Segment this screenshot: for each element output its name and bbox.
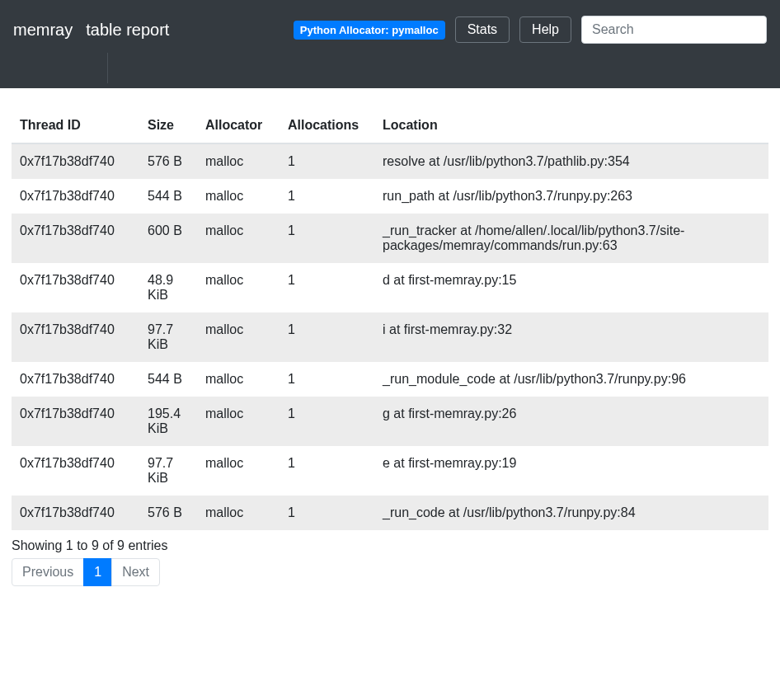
cell-thread-id: 0x7f17b38df740 <box>12 179 139 214</box>
cell-size: 48.9 KiB <box>139 263 197 312</box>
cell-allocator: malloc <box>197 214 280 263</box>
header-allocator[interactable]: Allocator <box>197 108 280 143</box>
page-title: table report <box>86 21 169 40</box>
cell-size: 97.7 KiB <box>139 446 197 496</box>
table-row[interactable]: 0x7f17b38df740576 Bmalloc1resolve at /us… <box>12 143 768 179</box>
cell-allocations: 1 <box>280 397 374 446</box>
help-button[interactable]: Help <box>519 16 571 43</box>
table-row[interactable]: 0x7f17b38df740195.4 KiBmalloc1g at first… <box>12 397 768 446</box>
cell-size: 544 B <box>139 179 197 214</box>
brand[interactable]: memray <box>13 21 73 40</box>
stats-button[interactable]: Stats <box>455 16 510 43</box>
cell-allocations: 1 <box>280 446 374 496</box>
cell-location: d at first-memray.py:15 <box>374 263 768 312</box>
cell-location: _run_tracker at /home/allen/.local/lib/p… <box>374 214 768 263</box>
cell-location: g at first-memray.py:26 <box>374 397 768 446</box>
cell-size: 195.4 KiB <box>139 397 197 446</box>
table-row[interactable]: 0x7f17b38df74097.7 KiBmalloc1e at first-… <box>12 446 768 496</box>
content: Thread ID Size Allocator Allocations Loc… <box>0 88 780 599</box>
header-location[interactable]: Location <box>374 108 768 143</box>
cell-thread-id: 0x7f17b38df740 <box>12 214 139 263</box>
cell-allocations: 1 <box>280 143 374 179</box>
cell-allocations: 1 <box>280 214 374 263</box>
cell-thread-id: 0x7f17b38df740 <box>12 312 139 362</box>
search-input[interactable] <box>581 16 767 44</box>
cell-size: 576 B <box>139 143 197 179</box>
table-row[interactable]: 0x7f17b38df740544 Bmalloc1run_path at /u… <box>12 179 768 214</box>
table-row[interactable]: 0x7f17b38df74097.7 KiBmalloc1i at first-… <box>12 312 768 362</box>
pagination-page-1[interactable]: 1 <box>83 558 112 586</box>
cell-allocations: 1 <box>280 362 374 397</box>
table-row[interactable]: 0x7f17b38df740576 Bmalloc1_run_code at /… <box>12 496 768 530</box>
cell-allocator: malloc <box>197 446 280 496</box>
cell-location: i at first-memray.py:32 <box>374 312 768 362</box>
cell-size: 600 B <box>139 214 197 263</box>
cell-thread-id: 0x7f17b38df740 <box>12 362 139 397</box>
cell-allocations: 1 <box>280 496 374 530</box>
navbar: memray table report Python Allocator: py… <box>0 0 780 88</box>
header-allocations[interactable]: Allocations <box>280 108 374 143</box>
cell-location: run_path at /usr/lib/python3.7/runpy.py:… <box>374 179 768 214</box>
table-row[interactable]: 0x7f17b38df740600 Bmalloc1_run_tracker a… <box>12 214 768 263</box>
header-thread-id[interactable]: Thread ID <box>12 108 139 143</box>
cell-thread-id: 0x7f17b38df740 <box>12 446 139 496</box>
cell-size: 576 B <box>139 496 197 530</box>
cell-allocator: malloc <box>197 143 280 179</box>
cell-thread-id: 0x7f17b38df740 <box>12 263 139 312</box>
cell-location: resolve at /usr/lib/python3.7/pathlib.py… <box>374 143 768 179</box>
cell-location: e at first-memray.py:19 <box>374 446 768 496</box>
cell-allocations: 1 <box>280 312 374 362</box>
table-header-row: Thread ID Size Allocator Allocations Loc… <box>12 108 768 143</box>
cell-size: 97.7 KiB <box>139 312 197 362</box>
cell-thread-id: 0x7f17b38df740 <box>12 496 139 530</box>
cell-location: _run_module_code at /usr/lib/python3.7/r… <box>374 362 768 397</box>
cell-thread-id: 0x7f17b38df740 <box>12 143 139 179</box>
pagination: Previous 1 Next <box>12 558 768 586</box>
cell-thread-id: 0x7f17b38df740 <box>12 397 139 446</box>
header-size[interactable]: Size <box>139 108 197 143</box>
cell-allocator: malloc <box>197 312 280 362</box>
cell-allocator: malloc <box>197 179 280 214</box>
pagination-next[interactable]: Next <box>111 558 160 586</box>
allocations-table: Thread ID Size Allocator Allocations Loc… <box>12 108 768 530</box>
cell-allocator: malloc <box>197 496 280 530</box>
table-row[interactable]: 0x7f17b38df740544 Bmalloc1_run_module_co… <box>12 362 768 397</box>
cell-allocations: 1 <box>280 263 374 312</box>
table-info: Showing 1 to 9 of 9 entries <box>12 538 768 553</box>
cell-location: _run_code at /usr/lib/python3.7/runpy.py… <box>374 496 768 530</box>
cell-size: 544 B <box>139 362 197 397</box>
table-row[interactable]: 0x7f17b38df74048.9 KiBmalloc1d at first-… <box>12 263 768 312</box>
cell-allocator: malloc <box>197 397 280 446</box>
cell-allocator: malloc <box>197 263 280 312</box>
allocator-badge: Python Allocator: pymalloc <box>294 21 445 40</box>
cell-allocations: 1 <box>280 179 374 214</box>
cell-allocator: malloc <box>197 362 280 397</box>
pagination-previous[interactable]: Previous <box>12 558 84 586</box>
